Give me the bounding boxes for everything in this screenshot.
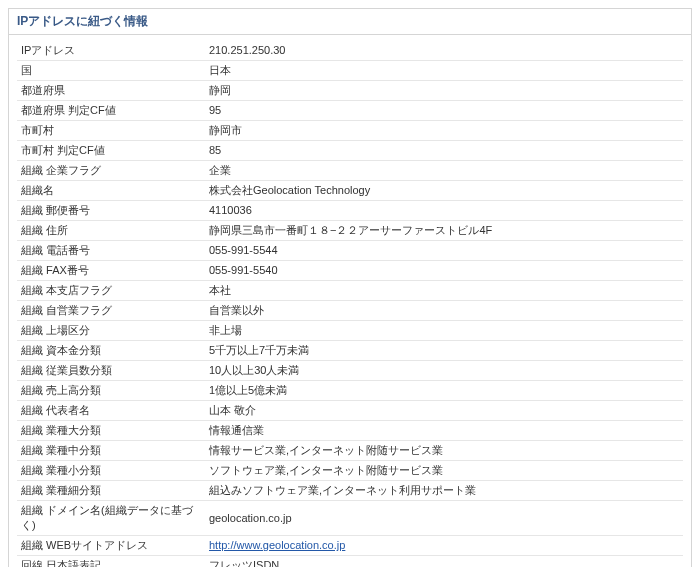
row-value: 企業: [205, 161, 683, 181]
row-label: 組織 上場区分: [17, 321, 205, 341]
row-label: 組織 住所: [17, 221, 205, 241]
row-value: 山本 敬介: [205, 401, 683, 421]
row-label: 組織名: [17, 181, 205, 201]
table-row: 組織 業種中分類情報サービス業,インターネット附随サービス業: [17, 441, 683, 461]
row-label: 国: [17, 61, 205, 81]
row-value: 055-991-5540: [205, 261, 683, 281]
table-row: 組織 売上高分類1億以上5億未満: [17, 381, 683, 401]
table-row: 組織 自営業フラグ自営業以外: [17, 301, 683, 321]
row-value: 非上場: [205, 321, 683, 341]
table-row: 回線 日本語表記フレッツISDN: [17, 556, 683, 568]
row-value: 1億以上5億未満: [205, 381, 683, 401]
row-label: 組織 ドメイン名(組織データに基づく): [17, 501, 205, 536]
table-row: 組織 代表者名山本 敬介: [17, 401, 683, 421]
row-label: 都道府県 判定CF値: [17, 101, 205, 121]
row-label: 組織 郵便番号: [17, 201, 205, 221]
info-table: IPアドレス210.251.250.30国日本都道府県静岡都道府県 判定CF値9…: [17, 41, 683, 567]
table-row: 国日本: [17, 61, 683, 81]
row-value: http://www.geolocation.co.jp: [205, 536, 683, 556]
row-label: 回線 日本語表記: [17, 556, 205, 568]
row-value: 組込みソフトウェア業,インターネット利用サポート業: [205, 481, 683, 501]
table-row: 組織 WEBサイトアドレスhttp://www.geolocation.co.j…: [17, 536, 683, 556]
table-row: 組織 業種大分類情報通信業: [17, 421, 683, 441]
row-label: 組織 業種中分類: [17, 441, 205, 461]
row-value: 情報通信業: [205, 421, 683, 441]
row-value: 10人以上30人未満: [205, 361, 683, 381]
row-value: 210.251.250.30: [205, 41, 683, 61]
row-value: 85: [205, 141, 683, 161]
table-row: 組織 業種小分類ソフトウェア業,インターネット附随サービス業: [17, 461, 683, 481]
table-row: 組織 電話番号055-991-5544: [17, 241, 683, 261]
row-label: 組織 売上高分類: [17, 381, 205, 401]
row-value: フレッツISDN: [205, 556, 683, 568]
row-value: 本社: [205, 281, 683, 301]
row-value: geolocation.co.jp: [205, 501, 683, 536]
row-value: ソフトウェア業,インターネット附随サービス業: [205, 461, 683, 481]
table-row: 市町村 判定CF値85: [17, 141, 683, 161]
row-value: 静岡県三島市一番町１８−２２アーサーファーストビル4F: [205, 221, 683, 241]
row-label: 組織 業種小分類: [17, 461, 205, 481]
row-label: 組織 電話番号: [17, 241, 205, 261]
panel-body: IPアドレス210.251.250.30国日本都道府県静岡都道府県 判定CF値9…: [9, 35, 691, 567]
table-row: 組織 郵便番号4110036: [17, 201, 683, 221]
table-row: 組織 従業員数分類10人以上30人未満: [17, 361, 683, 381]
table-row: 組織 資本金分類5千万以上7千万未満: [17, 341, 683, 361]
table-row: 組織 FAX番号055-991-5540: [17, 261, 683, 281]
table-row: 組織 本支店フラグ本社: [17, 281, 683, 301]
table-row: 都道府県 判定CF値95: [17, 101, 683, 121]
table-row: 市町村静岡市: [17, 121, 683, 141]
table-row: 組織名株式会社Geolocation Technology: [17, 181, 683, 201]
row-label: 都道府県: [17, 81, 205, 101]
row-label: 市町村 判定CF値: [17, 141, 205, 161]
row-value: 静岡: [205, 81, 683, 101]
row-label: 組織 FAX番号: [17, 261, 205, 281]
row-label: 組織 企業フラグ: [17, 161, 205, 181]
row-label: 市町村: [17, 121, 205, 141]
row-value: 055-991-5544: [205, 241, 683, 261]
ip-info-panel: IPアドレスに紐づく情報 IPアドレス210.251.250.30国日本都道府県…: [8, 8, 692, 567]
row-label: 組織 従業員数分類: [17, 361, 205, 381]
row-label: 組織 代表者名: [17, 401, 205, 421]
table-row: IPアドレス210.251.250.30: [17, 41, 683, 61]
row-label: 組織 自営業フラグ: [17, 301, 205, 321]
row-label: 組織 WEBサイトアドレス: [17, 536, 205, 556]
row-label: 組織 業種細分類: [17, 481, 205, 501]
row-label: IPアドレス: [17, 41, 205, 61]
table-row: 組織 業種細分類組込みソフトウェア業,インターネット利用サポート業: [17, 481, 683, 501]
row-value: 自営業以外: [205, 301, 683, 321]
row-label: 組織 資本金分類: [17, 341, 205, 361]
row-value: 5千万以上7千万未満: [205, 341, 683, 361]
table-row: 組織 住所静岡県三島市一番町１８−２２アーサーファーストビル4F: [17, 221, 683, 241]
row-value: 静岡市: [205, 121, 683, 141]
table-row: 組織 上場区分非上場: [17, 321, 683, 341]
row-value: 株式会社Geolocation Technology: [205, 181, 683, 201]
website-link[interactable]: http://www.geolocation.co.jp: [209, 539, 345, 551]
row-label: 組織 本支店フラグ: [17, 281, 205, 301]
row-value: 95: [205, 101, 683, 121]
row-label: 組織 業種大分類: [17, 421, 205, 441]
row-value: 日本: [205, 61, 683, 81]
panel-title: IPアドレスに紐づく情報: [9, 9, 691, 35]
table-row: 組織 ドメイン名(組織データに基づく)geolocation.co.jp: [17, 501, 683, 536]
row-value: 情報サービス業,インターネット附随サービス業: [205, 441, 683, 461]
table-row: 組織 企業フラグ企業: [17, 161, 683, 181]
row-value: 4110036: [205, 201, 683, 221]
table-row: 都道府県静岡: [17, 81, 683, 101]
